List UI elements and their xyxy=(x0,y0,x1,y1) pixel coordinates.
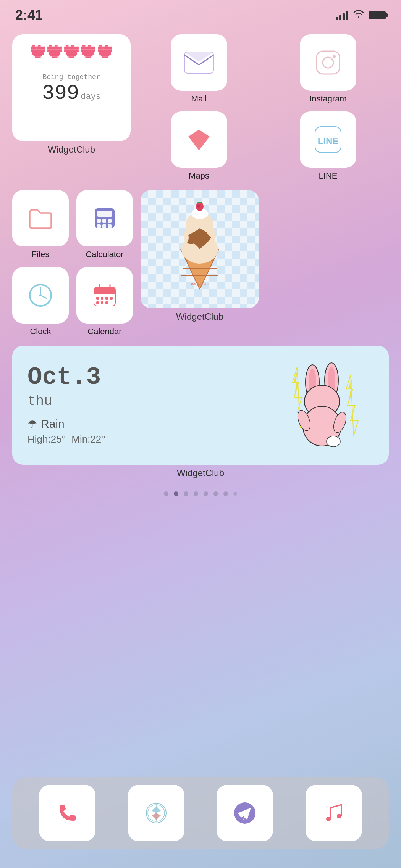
svg-point-106 xyxy=(327,436,340,447)
line-icon: LINE xyxy=(314,125,343,154)
svg-rect-56 xyxy=(108,219,112,223)
apps-grid-top-right: Mail Instagram xyxy=(138,34,389,181)
svg-rect-53 xyxy=(97,211,112,217)
line-label: LINE xyxy=(319,171,338,181)
being-together-label: Being together xyxy=(42,73,100,81)
mail-icon-bg xyxy=(171,34,227,91)
svg-rect-17 xyxy=(52,56,57,58)
maps-app[interactable]: Maps xyxy=(138,111,260,181)
page-dot-5[interactable] xyxy=(213,491,218,496)
svg-point-94 xyxy=(197,205,200,208)
status-icons xyxy=(336,10,386,21)
dock xyxy=(12,777,389,849)
page-dot-1[interactable] xyxy=(174,491,178,496)
weather-left: Oct.3 thu ☂ Rain High:25° Min:22° xyxy=(27,365,105,445)
svg-rect-70 xyxy=(101,297,103,300)
apps-grid-left: Files xyxy=(12,190,133,337)
svg-rect-23 xyxy=(64,49,79,52)
row-2: Files xyxy=(12,190,389,337)
weather-temp: High:25° Min:22° xyxy=(27,433,105,445)
maps-icon xyxy=(185,126,213,153)
clock-icon-bg xyxy=(12,267,69,324)
svg-rect-55 xyxy=(102,219,106,223)
svg-rect-71 xyxy=(105,297,108,300)
being-together-widget[interactable]: Being together 399 days WidgetClub xyxy=(12,34,131,155)
telegram-app[interactable] xyxy=(217,785,273,841)
calculator-label: Calculator xyxy=(86,250,123,259)
clock-icon xyxy=(27,282,54,309)
instagram-icon xyxy=(314,48,343,77)
svg-rect-59 xyxy=(108,224,112,228)
svg-rect-7 xyxy=(34,55,42,56)
svg-rect-31 xyxy=(87,47,95,50)
status-time: 2:41 xyxy=(15,7,43,23)
svg-rect-28 xyxy=(88,45,91,47)
page-dot-4[interactable] xyxy=(204,491,208,496)
bunny-illustration xyxy=(274,359,374,451)
svg-rect-15 xyxy=(49,52,60,55)
svg-rect-74 xyxy=(101,301,103,304)
safari-app[interactable] xyxy=(128,785,184,841)
svg-rect-24 xyxy=(66,52,77,55)
page-dot-7[interactable] xyxy=(233,492,237,496)
svg-rect-11 xyxy=(47,47,53,50)
clock-app[interactable]: Clock xyxy=(12,267,69,337)
weather-condition-text: Rain xyxy=(41,417,65,430)
telegram-icon xyxy=(231,799,259,827)
mail-app[interactable]: Mail xyxy=(138,34,260,104)
instagram-label: Instagram xyxy=(309,94,347,104)
svg-rect-40 xyxy=(103,47,112,50)
pixel-hearts xyxy=(31,45,112,58)
days-unit: days xyxy=(81,92,101,101)
svg-rect-54 xyxy=(97,219,101,223)
svg-text:LINE: LINE xyxy=(318,136,339,146)
svg-rect-9 xyxy=(49,45,52,47)
music-app[interactable] xyxy=(306,785,362,841)
instagram-icon-bg xyxy=(300,34,356,91)
calendar-icon xyxy=(91,282,118,309)
weather-widget: Oct.3 thu ☂ Rain High:25° Min:22° xyxy=(12,346,389,465)
weather-condition: ☂ Rain xyxy=(27,417,105,430)
home-screen: Being together 399 days WidgetClub xyxy=(0,27,401,515)
line-app[interactable]: LINE LINE xyxy=(267,111,389,181)
page-dots xyxy=(12,488,389,507)
svg-rect-46 xyxy=(317,51,340,74)
files-app[interactable]: Files xyxy=(12,190,69,259)
weather-widget-wrap[interactable]: Oct.3 thu ☂ Rain High:25° Min:22° xyxy=(12,346,389,478)
svg-rect-18 xyxy=(66,45,69,47)
pixel-heart-5 xyxy=(98,45,112,58)
calculator-app[interactable]: Calculator xyxy=(76,190,133,259)
files-icon-bg xyxy=(12,190,69,246)
pixel-heart-4 xyxy=(81,45,95,58)
calendar-app[interactable]: Calendar xyxy=(76,267,133,337)
svg-rect-58 xyxy=(102,224,106,228)
page-dot-3[interactable] xyxy=(194,491,198,496)
clock-label: Clock xyxy=(30,327,51,337)
ice-cream-widget[interactable]: Ice Cream WidgetClub xyxy=(141,190,259,322)
mail-icon xyxy=(184,51,214,74)
svg-rect-10 xyxy=(55,45,58,47)
calendar-label: Calendar xyxy=(87,327,121,337)
svg-rect-72 xyxy=(110,297,113,300)
instagram-app[interactable]: Instagram xyxy=(267,34,389,104)
umbrella-icon: ☂ xyxy=(27,418,37,430)
icecream-widget-label: WidgetClub xyxy=(141,311,259,322)
weather-widget-app-label: WidgetClub xyxy=(12,468,389,478)
weather-min: Min:22° xyxy=(71,433,105,445)
page-dot-0[interactable] xyxy=(164,491,168,496)
svg-rect-1 xyxy=(38,45,41,47)
svg-rect-14 xyxy=(47,49,62,52)
svg-rect-44 xyxy=(102,56,108,58)
svg-point-63 xyxy=(39,294,42,296)
svg-rect-69 xyxy=(96,297,99,300)
battery-icon xyxy=(369,11,386,19)
calendar-icon-bg xyxy=(76,267,133,324)
svg-point-48 xyxy=(333,55,336,58)
files-icon xyxy=(27,206,54,230)
page-dot-6[interactable] xyxy=(223,491,228,496)
status-bar: 2:41 xyxy=(0,0,401,27)
page-dot-2[interactable] xyxy=(184,491,188,496)
phone-app[interactable] xyxy=(39,785,95,841)
apps-2x2-left: Files xyxy=(12,190,133,337)
row-1: Being together 399 days WidgetClub xyxy=(12,34,389,181)
